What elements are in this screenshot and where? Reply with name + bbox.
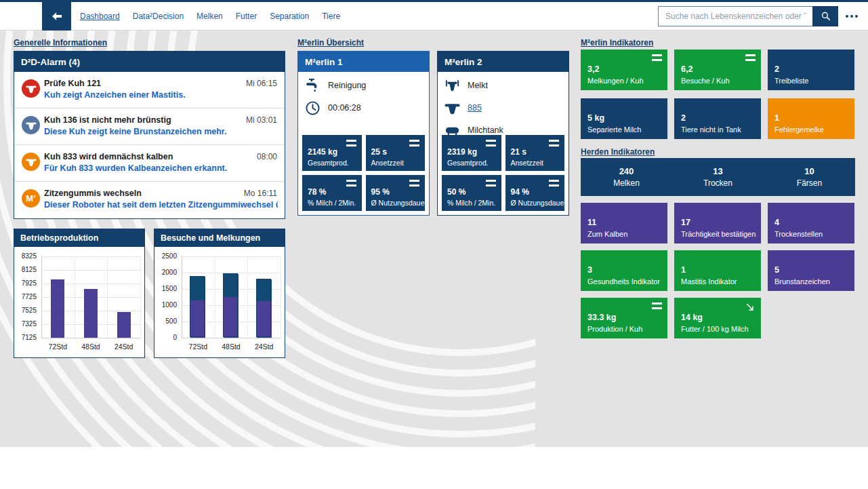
stat-tile-gesamtprod[interactable]: 2145 kgGesamtprod. <box>302 135 362 171</box>
tile-label: Fehlergemelke <box>774 125 824 134</box>
stat-label: Gesamtprod. <box>447 159 489 167</box>
ellipsis-icon <box>855 15 858 18</box>
tile-produktion-kuh[interactable]: 33.3 kgProduktion / Kuh <box>581 298 667 338</box>
alarm-item[interactable]: Kuh 136 ist nicht mehr brünstig Diese Ku… <box>14 109 285 145</box>
stat-value: 50 % <box>447 187 466 197</box>
herd-indicator-row-1: 11Zum Kalben 17Trächtigkeit bestätigen 4… <box>581 203 855 243</box>
tile-treibeliste[interactable]: 2Treibeliste <box>768 50 854 90</box>
stat-label: Gesamtprod. <box>308 159 349 167</box>
equals-icon <box>346 140 356 146</box>
tile-label: Produktion / Kuh <box>587 325 642 333</box>
section-link-merlin-indikatoren[interactable]: M²erlin Indikatoren <box>581 38 653 47</box>
tile-value: 4 <box>774 218 779 227</box>
bar <box>117 312 131 338</box>
milking-cow-icon <box>445 78 460 94</box>
back-arrow-icon <box>50 9 64 23</box>
ytick: 7325 <box>14 320 37 328</box>
back-button[interactable] <box>42 2 71 31</box>
vgrid <box>281 256 281 338</box>
main-navbar: Dashboard Data²Decision Melken Futter Se… <box>0 2 868 31</box>
tile-gesundheits-indikator[interactable]: 3Gesundheits Indikator <box>581 250 667 291</box>
tile-tiere-nicht-in-tank[interactable]: 2Tiere nicht in Tank <box>674 98 761 139</box>
ytick: 1000 <box>154 301 177 309</box>
vgrid <box>107 256 108 338</box>
tile-value: 11 <box>587 218 596 227</box>
cow-number-link[interactable]: 885 <box>468 103 482 113</box>
stat-tile-ansetzzeit[interactable]: 21 sAnsetzzeit <box>505 135 565 171</box>
barframe <box>190 276 205 337</box>
herd-stat-faersen[interactable]: 10Färsen <box>764 158 855 196</box>
alarm-panel-title: D²D-Alarm (4) <box>14 52 285 72</box>
tile-brunstanzeichen[interactable]: 5Brunstanzeichen <box>768 250 854 291</box>
x-tick: 24Std <box>244 343 285 351</box>
robot-status-row: Reinigung <box>298 72 429 94</box>
tile-label: Tiere nicht in Tank <box>681 125 741 134</box>
search-bar <box>658 6 838 26</box>
tile-value: 2 <box>774 64 779 74</box>
cow-icon <box>445 100 460 116</box>
stat-tile-nutzungsdauer[interactable]: 94 %Ø Nutzungsdauer <box>505 175 565 211</box>
tile-fehlergemelke[interactable]: 1Fehlergemelke <box>768 98 854 139</box>
dashboard-content: Generelle Informationen D²D-Alarm (4) Pr… <box>0 31 868 447</box>
axisline-l <box>182 256 182 338</box>
tile-besuche-kuh[interactable]: 6,2Besuche / Kuh <box>674 50 761 90</box>
stat-tile-nutzungsdauer[interactable]: 95 %Ø Nutzungsdauer <box>366 175 426 211</box>
tile-traechtigkeit-bestaetigen[interactable]: 17Trächtigkeit bestätigen <box>674 203 761 243</box>
stat-tile-milch-2min[interactable]: 50 %% Milch / 2Min. <box>442 175 501 211</box>
nav-link-dashboard[interactable]: Dashboard <box>80 12 120 21</box>
alarm-subtitle-text: Für Kuh 833 wurden Kalbeanzeichen erkann… <box>44 163 227 173</box>
tile-label: Gesundheits Indikator <box>587 277 660 286</box>
tile-label: Brunstanzeichen <box>774 277 830 286</box>
tile-separierte-milch[interactable]: 5 kgSeparierte Milch <box>581 98 667 139</box>
nav-link-tiere[interactable]: Tiere <box>322 12 340 21</box>
tile-label: Mastitis Indikator <box>681 277 737 286</box>
tile-value: 2 <box>681 113 686 123</box>
chart-betriebsproduktion: Betriebsproduktion 832581257925772575257… <box>14 229 145 358</box>
tile-value: 1 <box>774 113 779 123</box>
stat-label: Ø Nutzungsdauer <box>511 199 566 207</box>
tile-mastitis-indikator[interactable]: 1Mastitis Indikator <box>674 250 761 291</box>
chart-title: Betriebsproduktion <box>14 229 144 247</box>
gridline <box>41 256 140 257</box>
nav-link-futter[interactable]: Futter <box>236 12 257 21</box>
alarm-item[interactable]: M’ Zitzengummis wechseln Dieser Roboter … <box>14 182 285 218</box>
search-input[interactable] <box>658 6 812 26</box>
tile-futter-100kg-milch[interactable]: 14 kgFutter / 100 kg Milch <box>674 298 761 338</box>
alarm-item[interactable]: Prüfe Kuh 121 Kuh zeigt Anzeichen einer … <box>14 72 285 109</box>
nav-link-data2decision[interactable]: Data²Decision <box>133 12 184 21</box>
robot-stat-tiles: 2319 kgGesamtprod. 21 sAnsetzzeit 50 %% … <box>442 135 564 211</box>
equals-icon <box>652 54 662 61</box>
nav-link-separation[interactable]: Separation <box>270 12 309 21</box>
section-link-generelle-informationen[interactable]: Generelle Informationen <box>14 38 107 47</box>
search-button[interactable] <box>812 6 838 26</box>
herd-stat-melken[interactable]: 240Melken <box>581 158 672 196</box>
tile-trockenstellen[interactable]: 4Trockenstellen <box>768 203 854 243</box>
stat-value: 25 s <box>371 147 387 157</box>
section-link-herden-indikatoren[interactable]: Herden Indikatoren <box>581 147 655 157</box>
merlin-robot-icon: M’ <box>22 189 40 208</box>
more-menu-button[interactable] <box>844 11 859 22</box>
stat-label: Ø Nutzungsdauer <box>371 199 427 207</box>
ellipsis-icon <box>850 15 853 18</box>
stat-tile-gesamtprod[interactable]: 2319 kgGesamtprod. <box>442 135 501 171</box>
stat-tile-milch-2min[interactable]: 78 %% Milch / 2Min. <box>302 175 362 211</box>
merlin-indicator-row-2: 5 kgSeparierte Milch 2Tiere nicht in Tan… <box>581 98 855 139</box>
ytick: 2000 <box>154 269 177 276</box>
herd-stat-trocken[interactable]: 13Trocken <box>672 158 764 196</box>
section-link-merlin-uebersicht[interactable]: M²erlin Übersicht <box>297 38 364 47</box>
alarm-item[interactable]: Kuh 833 wird demnächst kalben Für Kuh 83… <box>14 145 285 182</box>
tile-label: Separierte Milch <box>587 125 641 134</box>
equals-icon <box>409 180 419 187</box>
alarm-subtitle-text: Dieser Roboter hat seit dem letzten Zitz… <box>44 200 278 210</box>
tile-value: 3,2 <box>587 64 599 74</box>
axisline-b <box>182 338 281 338</box>
stat-tile-ansetzzeit[interactable]: 25 sAnsetzzeit <box>366 135 426 171</box>
equals-icon <box>745 54 756 61</box>
tile-zum-kalben[interactable]: 11Zum Kalben <box>581 203 667 243</box>
stat-value: 94 % <box>511 187 529 197</box>
tile-melkungen-kuh[interactable]: 3,2Melkungen / Kuh <box>581 50 667 90</box>
nav-link-melken[interactable]: Melken <box>197 12 223 21</box>
alarm-title-text: Kuh 833 wird demnächst kalben <box>44 152 173 161</box>
herd-indicator-row-2: 3Gesundheits Indikator 1Mastitis Indikat… <box>581 250 855 291</box>
cow-alert-icon <box>22 153 40 171</box>
